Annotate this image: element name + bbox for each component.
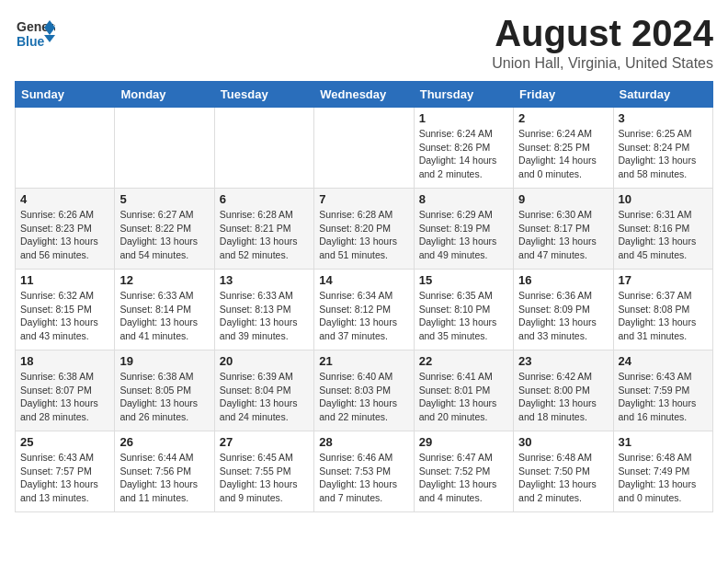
day-info: Sunrise: 6:39 AMSunset: 8:04 PMDaylight:…: [220, 370, 309, 424]
calendar-cell: 14Sunrise: 6:34 AMSunset: 8:12 PMDayligh…: [314, 270, 414, 350]
day-number: 11: [20, 273, 109, 287]
day-info: Sunrise: 6:42 AMSunset: 8:00 PMDaylight:…: [518, 370, 608, 424]
day-number: 4: [20, 192, 109, 206]
day-info: Sunrise: 6:28 AMSunset: 8:21 PMDaylight:…: [220, 208, 309, 262]
day-info: Sunrise: 6:32 AMSunset: 8:15 PMDaylight:…: [20, 289, 109, 343]
day-number: 2: [518, 111, 608, 125]
calendar-cell: 26Sunrise: 6:44 AMSunset: 7:56 PMDayligh…: [115, 431, 214, 512]
day-number: 14: [319, 273, 408, 287]
calendar-cell: [314, 108, 414, 189]
calendar-cell: 18Sunrise: 6:38 AMSunset: 8:07 PMDayligh…: [16, 350, 115, 431]
day-number: 19: [119, 354, 209, 368]
calendar-cell: 6Sunrise: 6:28 AMSunset: 8:21 PMDaylight…: [214, 189, 313, 270]
calendar-cell: 22Sunrise: 6:41 AMSunset: 8:01 PMDayligh…: [414, 350, 513, 431]
calendar-cell: 3Sunrise: 6:25 AMSunset: 8:24 PMDaylight…: [613, 108, 712, 189]
day-info: Sunrise: 6:33 AMSunset: 8:13 PMDaylight:…: [220, 289, 309, 343]
calendar-week-row: 25Sunrise: 6:43 AMSunset: 7:57 PMDayligh…: [16, 431, 713, 512]
day-info: Sunrise: 6:48 AMSunset: 7:50 PMDaylight:…: [518, 451, 608, 505]
calendar-cell: 20Sunrise: 6:39 AMSunset: 8:04 PMDayligh…: [214, 350, 313, 431]
calendar-cell: 15Sunrise: 6:35 AMSunset: 8:10 PMDayligh…: [414, 270, 513, 350]
calendar-cell: 9Sunrise: 6:30 AMSunset: 8:17 PMDaylight…: [514, 189, 613, 270]
col-header-tuesday: Tuesday: [214, 82, 313, 108]
day-number: 8: [419, 192, 508, 206]
day-number: 6: [220, 192, 309, 206]
col-header-wednesday: Wednesday: [314, 82, 414, 108]
calendar-header-row: SundayMondayTuesdayWednesdayThursdayFrid…: [16, 82, 713, 108]
day-info: Sunrise: 6:35 AMSunset: 8:10 PMDaylight:…: [419, 289, 508, 343]
svg-text:Blue: Blue: [17, 34, 45, 49]
calendar-cell: 30Sunrise: 6:48 AMSunset: 7:50 PMDayligh…: [514, 431, 613, 512]
calendar-cell: 11Sunrise: 6:32 AMSunset: 8:15 PMDayligh…: [16, 270, 115, 350]
day-number: 15: [419, 273, 508, 287]
title-area: August 2024 Union Hall, Virginia, United…: [492, 15, 713, 72]
calendar-cell: [16, 108, 115, 189]
calendar-cell: 27Sunrise: 6:45 AMSunset: 7:55 PMDayligh…: [214, 431, 313, 512]
day-number: 24: [619, 354, 708, 368]
calendar-cell: 4Sunrise: 6:26 AMSunset: 8:23 PMDaylight…: [16, 189, 115, 270]
day-info: Sunrise: 6:45 AMSunset: 7:55 PMDaylight:…: [220, 451, 309, 505]
col-header-friday: Friday: [514, 82, 613, 108]
day-info: Sunrise: 6:43 AMSunset: 7:57 PMDaylight:…: [20, 451, 109, 505]
calendar-week-row: 11Sunrise: 6:32 AMSunset: 8:15 PMDayligh…: [16, 270, 713, 350]
calendar-table: SundayMondayTuesdayWednesdayThursdayFrid…: [15, 81, 713, 512]
day-number: 29: [419, 435, 508, 449]
day-info: Sunrise: 6:43 AMSunset: 7:59 PMDaylight:…: [619, 370, 708, 424]
day-number: 30: [518, 435, 608, 449]
calendar-cell: 29Sunrise: 6:47 AMSunset: 7:52 PMDayligh…: [414, 431, 513, 512]
day-info: Sunrise: 6:29 AMSunset: 8:19 PMDaylight:…: [419, 208, 508, 262]
day-info: Sunrise: 6:47 AMSunset: 7:52 PMDaylight:…: [419, 451, 508, 505]
day-info: Sunrise: 6:33 AMSunset: 8:14 PMDaylight:…: [119, 289, 209, 343]
day-info: Sunrise: 6:46 AMSunset: 7:53 PMDaylight:…: [319, 451, 408, 505]
day-info: Sunrise: 6:31 AMSunset: 8:16 PMDaylight:…: [619, 208, 708, 262]
calendar-cell: 12Sunrise: 6:33 AMSunset: 8:14 PMDayligh…: [115, 270, 214, 350]
day-number: 12: [119, 273, 209, 287]
calendar-cell: 7Sunrise: 6:28 AMSunset: 8:20 PMDaylight…: [314, 189, 414, 270]
col-header-sunday: Sunday: [16, 82, 115, 108]
day-number: 25: [20, 435, 109, 449]
day-number: 20: [220, 354, 309, 368]
calendar-week-row: 4Sunrise: 6:26 AMSunset: 8:23 PMDaylight…: [16, 189, 713, 270]
day-info: Sunrise: 6:37 AMSunset: 8:08 PMDaylight:…: [619, 289, 708, 343]
calendar-cell: 1Sunrise: 6:24 AMSunset: 8:26 PMDaylight…: [414, 108, 513, 189]
calendar-cell: 23Sunrise: 6:42 AMSunset: 8:00 PMDayligh…: [514, 350, 613, 431]
day-info: Sunrise: 6:30 AMSunset: 8:17 PMDaylight:…: [518, 208, 608, 262]
day-number: 21: [319, 354, 408, 368]
day-number: 9: [518, 192, 608, 206]
month-title: August 2024: [492, 15, 713, 52]
calendar-cell: 24Sunrise: 6:43 AMSunset: 7:59 PMDayligh…: [613, 350, 712, 431]
day-number: 1: [419, 111, 508, 125]
col-header-monday: Monday: [115, 82, 214, 108]
calendar-cell: 2Sunrise: 6:24 AMSunset: 8:25 PMDaylight…: [514, 108, 613, 189]
day-info: Sunrise: 6:24 AMSunset: 8:25 PMDaylight:…: [518, 127, 608, 181]
day-info: Sunrise: 6:40 AMSunset: 8:03 PMDaylight:…: [319, 370, 408, 424]
day-number: 18: [20, 354, 109, 368]
calendar-cell: 8Sunrise: 6:29 AMSunset: 8:19 PMDaylight…: [414, 189, 513, 270]
logo-icon: General Blue: [15, 15, 55, 55]
day-info: Sunrise: 6:28 AMSunset: 8:20 PMDaylight:…: [319, 208, 408, 262]
day-info: Sunrise: 6:38 AMSunset: 8:05 PMDaylight:…: [119, 370, 209, 424]
calendar-cell: [214, 108, 313, 189]
day-number: 7: [319, 192, 408, 206]
calendar-cell: 19Sunrise: 6:38 AMSunset: 8:05 PMDayligh…: [115, 350, 214, 431]
col-header-thursday: Thursday: [414, 82, 513, 108]
day-info: Sunrise: 6:44 AMSunset: 7:56 PMDaylight:…: [119, 451, 209, 505]
calendar-cell: 25Sunrise: 6:43 AMSunset: 7:57 PMDayligh…: [16, 431, 115, 512]
day-number: 27: [220, 435, 309, 449]
calendar-week-row: 1Sunrise: 6:24 AMSunset: 8:26 PMDaylight…: [16, 108, 713, 189]
day-info: Sunrise: 6:38 AMSunset: 8:07 PMDaylight:…: [20, 370, 109, 424]
day-number: 22: [419, 354, 508, 368]
day-number: 28: [319, 435, 408, 449]
calendar-cell: 13Sunrise: 6:33 AMSunset: 8:13 PMDayligh…: [214, 270, 313, 350]
calendar-cell: 17Sunrise: 6:37 AMSunset: 8:08 PMDayligh…: [613, 270, 712, 350]
day-number: 16: [518, 273, 608, 287]
day-info: Sunrise: 6:24 AMSunset: 8:26 PMDaylight:…: [419, 127, 508, 181]
day-info: Sunrise: 6:36 AMSunset: 8:09 PMDaylight:…: [518, 289, 608, 343]
calendar-cell: 5Sunrise: 6:27 AMSunset: 8:22 PMDaylight…: [115, 189, 214, 270]
calendar-cell: 28Sunrise: 6:46 AMSunset: 7:53 PMDayligh…: [314, 431, 414, 512]
logo: General Blue: [15, 15, 55, 55]
day-number: 5: [119, 192, 209, 206]
day-number: 17: [619, 273, 708, 287]
calendar-cell: 16Sunrise: 6:36 AMSunset: 8:09 PMDayligh…: [514, 270, 613, 350]
col-header-saturday: Saturday: [613, 82, 712, 108]
header: General Blue August 2024 Union Hall, Vir…: [15, 15, 713, 72]
